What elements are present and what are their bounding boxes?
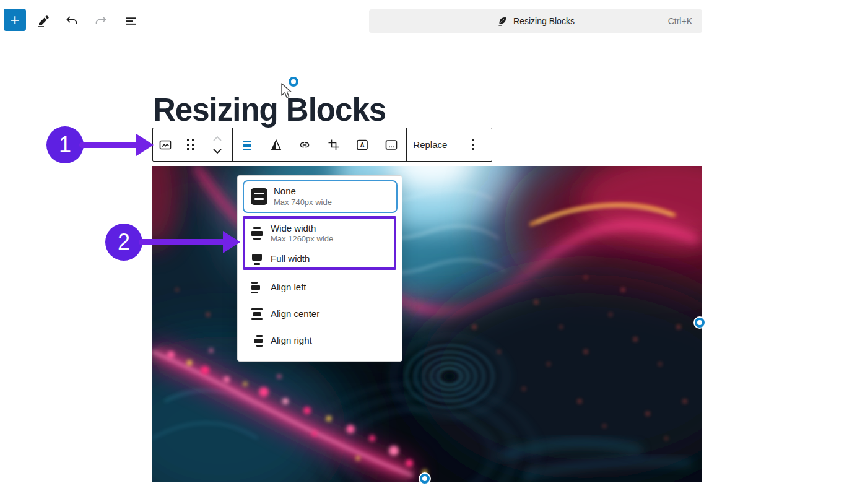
annotation-step-1: 1 <box>46 126 84 163</box>
link-icon <box>297 137 312 152</box>
tools-button[interactable] <box>31 9 56 33</box>
command-palette-bar[interactable]: Resizing Blocks Ctrl+K <box>369 9 702 33</box>
drag-handle[interactable] <box>179 128 202 161</box>
align-dropdown: None Max 740px wide Wide width Max 1260p… <box>237 175 402 362</box>
crop-button[interactable] <box>320 128 348 161</box>
redo-button[interactable] <box>89 9 113 33</box>
align-button[interactable] <box>233 128 261 161</box>
align-right-icon <box>250 333 264 348</box>
annotation-step-2-number: 2 <box>118 229 130 255</box>
crop-icon <box>326 137 341 152</box>
post-title[interactable]: Resizing Blocks <box>153 92 386 128</box>
image-block-icon <box>158 137 173 152</box>
abstract-fractal-image <box>152 166 702 482</box>
align-none-icon <box>240 137 254 152</box>
svg-text:A: A <box>360 141 365 148</box>
align-none-selected-icon <box>251 188 267 205</box>
menu-item-label: None <box>274 186 332 198</box>
options-kebab-icon <box>472 139 474 142</box>
image-block[interactable] <box>152 166 702 482</box>
align-center-icon <box>250 306 264 321</box>
menu-item-none[interactable]: None Max 740px wide <box>243 180 398 213</box>
plus-icon: + <box>10 11 19 30</box>
menu-item-label: Wide width <box>271 223 333 235</box>
align-full-icon <box>250 251 264 266</box>
menu-item-label: Align left <box>271 282 306 293</box>
menu-item-label: Full width <box>271 253 310 265</box>
chevron-down-icon <box>211 147 224 155</box>
drag-handle-icon <box>187 139 194 150</box>
annotation-arrow-2-head <box>223 231 240 253</box>
menu-item-wide-width[interactable]: Wide width Max 1260px wide <box>250 220 333 246</box>
resize-handle-top[interactable] <box>289 77 298 87</box>
menu-item-sublabel: Max 1260px wide <box>271 234 333 244</box>
menu-item-align-center[interactable]: Align center <box>250 304 320 324</box>
caption-button[interactable] <box>377 128 406 161</box>
annotation-arrow-2-line <box>139 239 225 245</box>
undo-icon <box>64 14 79 28</box>
caption-icon <box>384 137 399 152</box>
menu-item-align-right[interactable]: Align right <box>250 331 312 350</box>
editor-page: + <box>0 0 852 504</box>
resize-handle-bottom[interactable] <box>420 474 430 484</box>
block-inserter-button[interactable]: + <box>4 9 26 31</box>
menu-item-align-left[interactable]: Align left <box>250 277 306 297</box>
duotone-filter-icon <box>269 137 284 152</box>
text-overlay-icon: A <box>355 137 370 152</box>
pencil-icon <box>36 14 51 28</box>
resize-handle-right[interactable] <box>695 318 705 328</box>
duotone-filter-button[interactable] <box>262 128 290 161</box>
undo-button[interactable] <box>59 9 84 33</box>
document-title: Resizing Blocks <box>513 16 575 26</box>
link-button[interactable] <box>290 128 319 161</box>
menu-item-full-width[interactable]: Full width <box>250 249 310 269</box>
editor-top-bar: + <box>0 0 852 43</box>
move-up-button[interactable] <box>210 133 225 145</box>
command-shortcut: Ctrl+K <box>668 9 692 33</box>
feather-icon <box>497 15 508 27</box>
chevron-up-icon <box>211 134 224 143</box>
image-block-type-button[interactable] <box>154 128 177 161</box>
annotation-step-1-number: 1 <box>59 132 71 158</box>
align-wide-icon <box>250 226 264 241</box>
align-left-icon <box>250 280 264 295</box>
annotation-arrow-1-head <box>136 134 154 156</box>
redo-icon <box>93 14 108 28</box>
menu-item-label: Align right <box>271 335 312 347</box>
move-down-button[interactable] <box>210 145 225 157</box>
options-button[interactable] <box>454 128 492 161</box>
menu-item-sublabel: Max 740px wide <box>274 198 332 207</box>
list-view-icon <box>124 14 139 28</box>
annotation-arrow-1-line <box>79 142 141 148</box>
text-overlay-button[interactable]: A <box>348 128 376 161</box>
block-toolbar: A Replace <box>152 128 492 162</box>
list-view-button[interactable] <box>119 9 144 33</box>
block-mover <box>204 133 231 157</box>
annotation-step-2: 2 <box>105 224 142 261</box>
menu-item-label: Align center <box>271 308 320 320</box>
replace-button[interactable]: Replace <box>407 128 454 161</box>
